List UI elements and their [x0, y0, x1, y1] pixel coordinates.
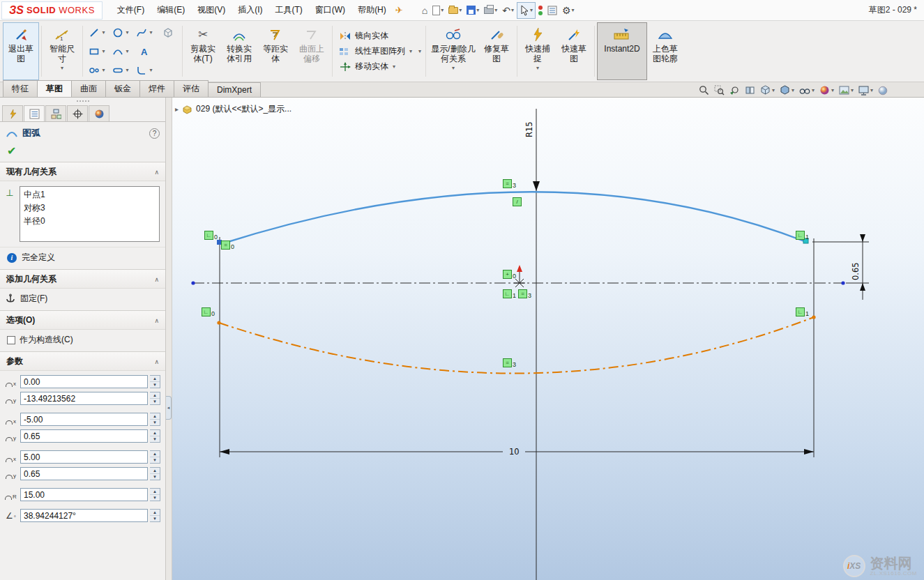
tab-features[interactable]: 特征	[3, 80, 38, 97]
relation-badge[interactable]: =3	[518, 289, 527, 298]
3d-sketch-button[interactable]	[156, 23, 180, 42]
menu-file[interactable]: 文件(F)	[111, 1, 151, 20]
end-x-spinner[interactable]: ▲▼	[150, 450, 160, 464]
add-relations-header[interactable]: 添加几何关系 ∧	[0, 269, 165, 289]
previous-view-button[interactable]	[729, 85, 740, 96]
radius-input[interactable]	[20, 488, 148, 501]
text-tool-button[interactable]: A	[132, 42, 156, 61]
construction-line-option[interactable]: 作为构造线(C)	[0, 330, 165, 351]
arc-orange[interactable]	[219, 317, 814, 374]
tab-sheet-metal[interactable]: 钣金	[105, 80, 140, 97]
tab-sketch[interactable]: 草图	[37, 80, 72, 97]
edit-appearance-button[interactable]: ▾	[819, 85, 834, 96]
graphics-area[interactable]: ▸ 029 (默认<<默认>_显示... 10	[172, 98, 924, 580]
print-button[interactable]: ▾	[482, 2, 499, 19]
home-button[interactable]: ⌂	[420, 2, 430, 19]
tab-display-manager[interactable]	[89, 105, 109, 121]
start-y-spinner[interactable]: ▲▼	[150, 429, 160, 443]
centerline-endpoint[interactable]	[841, 281, 845, 284]
open-button[interactable]: ▾	[446, 2, 464, 19]
undo-button[interactable]: ↶▾	[500, 2, 516, 19]
offset-dimension-text[interactable]: 0.65	[851, 262, 861, 280]
convert-entities-button[interactable]: 转换实体引用	[221, 22, 257, 80]
section-view-button[interactable]	[745, 85, 755, 96]
fillet-tool-button[interactable]: ▾	[132, 61, 156, 79]
center-y-spinner[interactable]: ▲▼	[150, 392, 160, 405]
relation-badge[interactable]: =3	[503, 179, 512, 188]
relation-badge[interactable]: ∟1	[796, 307, 805, 316]
line-tool-button[interactable]: ▾	[85, 23, 109, 42]
mirror-entities-button[interactable]: 镜向实体	[336, 29, 415, 43]
apply-scene-button[interactable]: ▾	[839, 86, 854, 95]
pin-menu-icon[interactable]: ✈	[395, 5, 403, 15]
relation-badge[interactable]: =0	[221, 241, 230, 250]
task-pane-button[interactable]	[545, 2, 559, 19]
relation-badge[interactable]: /	[513, 197, 522, 206]
ambient-occlusion-button[interactable]	[878, 86, 888, 96]
zoom-area-button[interactable]	[714, 85, 725, 96]
relation-item[interactable]: 中点1	[23, 188, 156, 201]
shaded-sketch-contours-button[interactable]: 上色草图轮廓	[647, 22, 683, 80]
zoom-fit-button[interactable]	[699, 85, 709, 96]
flyout-feature-tree[interactable]: ▸ 029 (默认<<默认>_显示...	[175, 103, 291, 115]
tab-dimxpert[interactable]: DimXpert	[208, 82, 261, 97]
menu-insert[interactable]: 插入(I)	[232, 1, 268, 20]
start-x-spinner[interactable]: ▲▼	[150, 413, 160, 426]
relation-badge[interactable]: +0	[503, 270, 512, 279]
center-x-spinner[interactable]: ▲▼	[150, 375, 160, 388]
relation-badge[interactable]: =3	[503, 358, 512, 367]
end-y-input[interactable]	[20, 467, 148, 480]
tree-expand-icon[interactable]: ▸	[175, 105, 179, 113]
relation-badge[interactable]: ∟1	[503, 289, 512, 298]
save-button[interactable]: ▾	[464, 2, 481, 19]
tab-evaluate[interactable]: 评估	[174, 80, 209, 97]
radius-spinner[interactable]: ▲▼	[150, 488, 160, 501]
quick-snaps-button[interactable]: 快速捕捉 ▾	[520, 22, 556, 80]
center-y-input[interactable]	[20, 392, 148, 405]
end-x-input[interactable]	[20, 450, 148, 464]
tab-dimxpert-manager[interactable]	[67, 105, 88, 121]
menu-view[interactable]: 视图(V)	[191, 1, 232, 20]
relation-badge[interactable]: ∟1	[796, 231, 805, 240]
center-x-input[interactable]	[20, 375, 148, 388]
menu-window[interactable]: 窗口(W)	[309, 1, 351, 20]
relation-badge[interactable]: ∟0	[204, 231, 213, 240]
relation-item[interactable]: 半径0	[23, 215, 156, 228]
options-header[interactable]: 选项(O) ∧	[0, 310, 165, 330]
panel-splitter[interactable]: ◂	[166, 98, 172, 580]
offset-entities-button[interactable]: 等距实体	[257, 22, 294, 80]
menu-help[interactable]: 帮助(H)	[351, 1, 393, 20]
options-button[interactable]: ⚙▾	[560, 2, 577, 19]
angle-input[interactable]	[20, 509, 148, 522]
angle-spinner[interactable]: ▲▼	[150, 509, 160, 522]
select-tool-button[interactable]: ▾	[517, 2, 536, 19]
width-dimension-text[interactable]: 10	[509, 447, 520, 457]
ok-check-button[interactable]: ✔	[0, 143, 165, 162]
parameters-header[interactable]: 参数 ∧	[0, 351, 165, 371]
menu-edit[interactable]: 编辑(E)	[151, 1, 191, 20]
tab-property-manager[interactable]	[24, 105, 45, 121]
tab-surfaces[interactable]: 曲面	[71, 80, 106, 97]
centerline-endpoint[interactable]	[191, 281, 195, 284]
panel-resize-grip[interactable]	[0, 98, 165, 104]
construction-checkbox[interactable]	[7, 336, 15, 344]
new-document-button[interactable]: ▾	[430, 2, 446, 19]
help-icon[interactable]: ?	[149, 128, 160, 139]
slot-tool-button[interactable]: ▾	[109, 61, 132, 79]
relation-item[interactable]: 对称3	[23, 201, 156, 215]
repair-sketch-button[interactable]: 修复草图	[478, 22, 515, 80]
rapid-sketch-button[interactable]: 快速草图	[556, 22, 592, 80]
arc-tool-button[interactable]: ▾	[109, 42, 132, 61]
perimeter-circle-button[interactable]: ▾	[85, 61, 109, 79]
existing-relations-header[interactable]: 现有几何关系 ∧	[0, 162, 165, 181]
fix-relation-button[interactable]: 固定(F)	[0, 289, 165, 310]
rectangle-tool-button[interactable]: ▾	[85, 42, 109, 61]
start-y-input[interactable]	[20, 429, 148, 443]
relations-listbox[interactable]: 中点1 对称3 半径0	[20, 186, 160, 242]
hide-show-items-button[interactable]: ▾	[799, 86, 815, 96]
smart-dimension-button[interactable]: 1 智能尺寸 ▾	[44, 22, 80, 80]
trim-entities-button[interactable]: ✂ 剪裁实体(T)	[185, 22, 221, 80]
tab-feature-manager[interactable]	[2, 105, 23, 121]
offset-on-surface-button[interactable]: 曲面上偏移	[294, 22, 330, 80]
tree-item-label[interactable]: 029 (默认<<默认>_显示...	[196, 103, 291, 115]
